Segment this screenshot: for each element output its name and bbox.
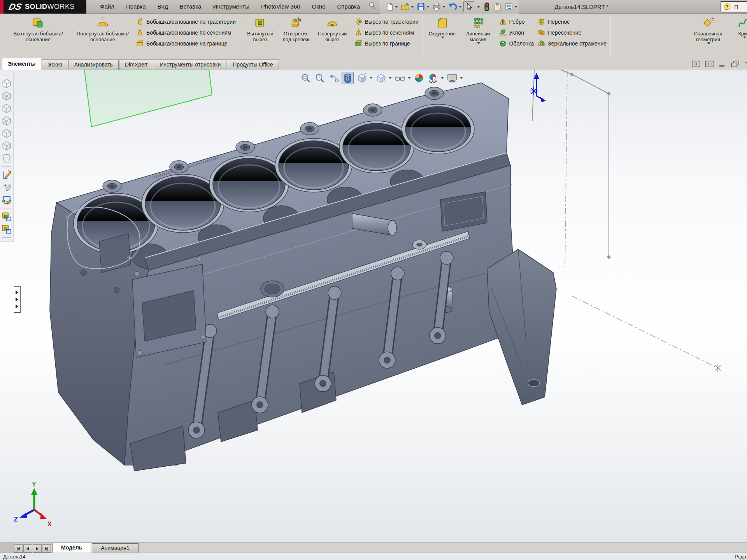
animation-tab[interactable]: Анимация1 [92,543,139,553]
extruded-cut-button[interactable]: Вытянутый вырез [242,16,278,44]
help-search[interactable]: ? П [721,1,747,12]
revolved-boss-button[interactable]: Повернутая бобышка/основание [73,16,132,44]
curves-button[interactable]: Крив [731,16,747,40]
hide-show-dropdown[interactable] [408,77,411,79]
menu-photoview[interactable]: PhotoView 360 [255,0,306,13]
isometric-view-icon[interactable] [2,153,12,163]
rib-button[interactable]: Ребро [499,17,534,26]
save-button[interactable] [416,2,431,12]
lofted-cut-button[interactable]: Вырез по сечениям [355,28,419,37]
view-orientation-dropdown[interactable] [370,77,373,79]
tab-dimxpert[interactable]: DimXpert [119,60,153,70]
swept-boss-button[interactable]: Бобышка/основание по траектории [136,17,236,26]
menu-window[interactable]: Окно [306,0,331,13]
draft-button[interactable]: Уклон [499,28,534,37]
menu-view[interactable]: Вид [152,0,174,13]
view-settings-dropdown[interactable] [460,77,463,79]
view-cube-icon[interactable] [2,79,12,89]
undo-button[interactable] [447,2,463,12]
apply-scene-button[interactable] [427,72,439,84]
sketch-point-star[interactable] [715,364,721,372]
options-button[interactable] [503,2,519,12]
previous-view-button[interactable] [328,72,340,84]
centerline-vertical[interactable] [565,71,567,269]
view-cube-icon[interactable] [2,141,12,151]
file-properties-button[interactable] [492,2,503,12]
view-settings-button[interactable] [446,72,458,84]
swept-cut-button[interactable]: Вырез по траектории [355,17,419,26]
boundary-cut-button[interactable]: Вырез по границе [355,38,419,48]
convert-entities-icon[interactable] [2,195,12,205]
apply-scene-dropdown[interactable] [441,77,444,79]
view-cube-icon[interactable] [2,128,12,138]
revolved-cut-button[interactable]: Повернутый вырез [314,16,351,44]
minimize-icon[interactable] [718,61,726,67]
zoom-area-button[interactable] [314,72,326,84]
mirror-button[interactable]: Зеркальное отражение [538,38,607,48]
featuremanager-flyout-handle[interactable] [14,286,21,313]
hole-wizard-button[interactable]: Отверстие под крепеж [280,16,312,44]
menu-insert[interactable]: Вставка [174,0,207,13]
select-tool-button[interactable] [463,1,474,12]
sketch-origin[interactable] [530,73,546,102]
new-document-button[interactable] [384,2,399,12]
sketch-plane[interactable] [84,70,212,127]
first-tab-button[interactable] [14,544,23,553]
move-button[interactable]: Перенос [538,17,607,26]
linear-pattern-dropdown[interactable] [477,42,480,44]
collapse-right-panel-icon[interactable] [705,61,714,67]
boundary-boss-button[interactable]: Бобышка/основание на границе [136,38,236,48]
display-style-button[interactable] [375,72,387,84]
menu-file[interactable]: Файл [94,0,120,13]
view-cube-icon[interactable] [2,116,12,126]
select-dropdown[interactable] [475,5,481,9]
print-button[interactable] [431,2,447,12]
view-orientation-button[interactable] [356,72,368,84]
edit-appearance-button[interactable] [413,72,425,84]
zoom-fit-button[interactable] [300,72,312,84]
linear-pattern-button[interactable]: Линейный массив [461,16,495,46]
view-cube-icon[interactable] [2,103,12,114]
sketch-pencil-icon[interactable] [2,170,12,180]
collapse-left-panel-icon[interactable] [692,61,700,67]
reference-geometry-button[interactable]: Справочная геометрия [686,16,730,46]
shell-button[interactable]: Оболочка [499,38,534,48]
fillet-dropdown[interactable] [441,37,444,38]
engine-block-model[interactable] [50,83,556,471]
curves-dropdown[interactable] [743,37,746,38]
menu-tools[interactable]: Инструменты [207,0,255,13]
add-sketch-icon[interactable] [2,182,12,192]
pin-menu-icon[interactable] [368,2,376,12]
extrude-cut-icon[interactable] [2,224,12,234]
model-scene[interactable]: Y Z X [0,70,747,542]
hide-show-items-button[interactable] [394,72,406,84]
next-tab-button[interactable] [33,544,42,553]
section-view-button[interactable] [342,72,354,84]
model-tab[interactable]: Модель [52,542,91,553]
restore-window-icon[interactable] [731,60,740,67]
label: Повернутый вырез [315,31,350,42]
tab-evaluate[interactable]: Анализировать [68,60,119,70]
previous-tab-button[interactable] [23,544,32,553]
intersect-button[interactable]: Пересечение [538,28,607,37]
tab-sketch[interactable]: Эскиз [42,60,68,70]
tab-office-products[interactable]: Продукты Office [227,60,279,70]
reference-geometry-dropdown[interactable] [707,42,710,44]
menu-edit[interactable]: Правка [120,0,152,13]
fillet-button[interactable]: Скругление [425,16,459,40]
tab-render-tools[interactable]: Инструменты отрисовки [154,60,226,70]
extrude-boss-icon[interactable] [2,212,12,222]
tab-features[interactable]: Элементы [2,58,41,70]
lofted-boss-button[interactable]: Бобышка/основание по сечениям [136,28,236,37]
extruded-boss-button[interactable]: Вытянутая бобышка/основание [5,16,72,44]
centerline-axis[interactable] [572,296,720,369]
display-style-dropdown[interactable] [389,77,392,79]
close-window-icon[interactable] [745,60,747,67]
graphics-area[interactable]: Y Z X [0,70,747,542]
view-cube-icon[interactable] [2,91,12,101]
rebuild-button[interactable] [482,2,492,12]
open-button[interactable] [400,2,415,12]
menu-help[interactable]: Справка [331,0,366,13]
last-tab-button[interactable] [42,544,51,553]
toolbar-grip[interactable] [2,74,11,76]
